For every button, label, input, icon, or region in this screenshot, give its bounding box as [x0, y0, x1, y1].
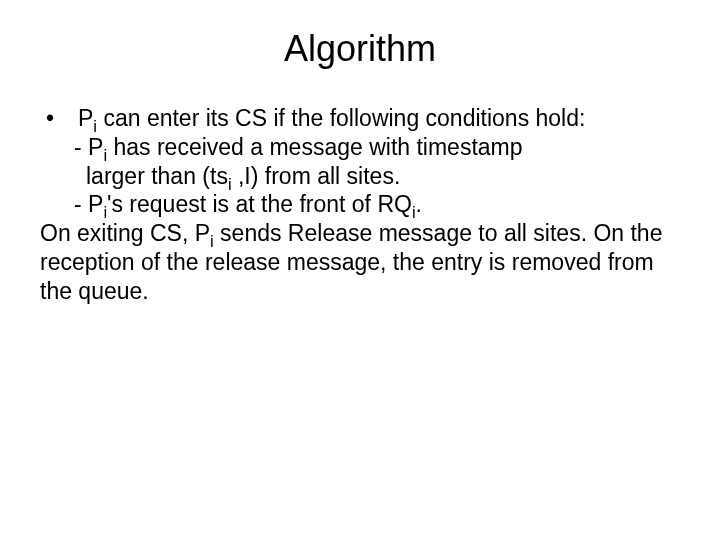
bullet-text-line1: Pi can enter its CS if the following con…: [78, 104, 680, 133]
paragraph-exit: On exiting CS, Pi sends Release message …: [40, 219, 680, 305]
slide-body: • Pi can enter its CS if the following c…: [0, 80, 720, 305]
text: ,I) from all sites.: [232, 163, 401, 189]
text: has received a message with timestamp: [107, 134, 522, 160]
text: can enter its CS if the following condit…: [97, 105, 585, 131]
text: 's request is at the front of RQ: [107, 191, 412, 217]
bullet-item: • Pi can enter its CS if the following c…: [40, 104, 680, 133]
slide-title: Algorithm: [0, 0, 720, 80]
slide: Algorithm • Pi can enter its CS if the f…: [0, 0, 720, 540]
dash-line-2: - Pi's request is at the front of RQi.: [40, 190, 680, 219]
text: - P: [74, 191, 103, 217]
text: - P: [74, 134, 103, 160]
text: On exiting CS, P: [40, 220, 210, 246]
dash-line-1-cont: larger than (tsi ,I) from all sites.: [40, 162, 680, 191]
bullet-icon: •: [40, 104, 78, 133]
text: larger than (ts: [86, 163, 228, 189]
dash-line-1: - Pi has received a message with timesta…: [40, 133, 680, 162]
text: .: [416, 191, 422, 217]
text: P: [78, 105, 93, 131]
